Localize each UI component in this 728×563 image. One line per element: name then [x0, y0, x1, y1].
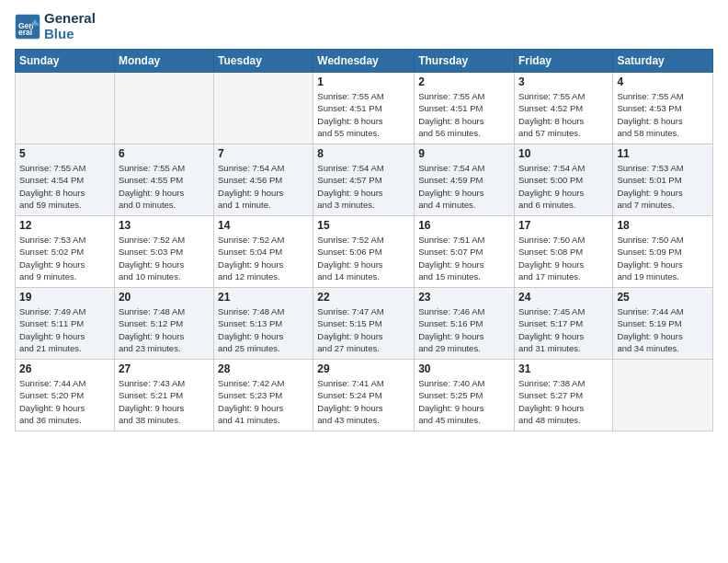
day-info: Sunrise: 7:52 AM Sunset: 5:04 PM Dayligh… [218, 234, 309, 282]
calendar-weekday-header: Friday [514, 50, 612, 73]
day-number: 19 [19, 291, 110, 304]
day-info: Sunrise: 7:40 AM Sunset: 5:25 PM Dayligh… [418, 377, 510, 426]
calendar-cell: 31Sunrise: 7:38 AM Sunset: 5:27 PM Dayli… [514, 360, 612, 431]
day-number: 20 [119, 291, 210, 304]
calendar-cell: 3Sunrise: 7:55 AM Sunset: 4:52 PM Daylig… [514, 73, 612, 144]
day-number: 15 [317, 219, 410, 232]
day-number: 14 [218, 219, 309, 232]
calendar-cell [613, 360, 713, 431]
day-number: 25 [617, 291, 709, 304]
day-number: 11 [617, 147, 709, 160]
day-info: Sunrise: 7:52 AM Sunset: 5:03 PM Dayligh… [119, 234, 210, 282]
day-number: 21 [218, 291, 309, 304]
calendar-header-row: SundayMondayTuesdayWednesdayThursdayFrid… [16, 50, 713, 73]
day-info: Sunrise: 7:55 AM Sunset: 4:51 PM Dayligh… [418, 90, 510, 139]
calendar-cell: 20Sunrise: 7:48 AM Sunset: 5:12 PM Dayli… [114, 288, 213, 360]
calendar-week-row: 5Sunrise: 7:55 AM Sunset: 4:54 PM Daylig… [16, 144, 713, 216]
calendar-weekday-header: Saturday [613, 50, 713, 73]
calendar-cell: 25Sunrise: 7:44 AM Sunset: 5:19 PM Dayli… [613, 288, 713, 360]
page-container: Gen eral General Blue SundayMondayTuesda… [0, 0, 728, 439]
day-info: Sunrise: 7:38 AM Sunset: 5:27 PM Dayligh… [518, 377, 609, 426]
calendar-cell: 23Sunrise: 7:46 AM Sunset: 5:16 PM Dayli… [415, 288, 515, 360]
calendar-week-row: 19Sunrise: 7:49 AM Sunset: 5:11 PM Dayli… [16, 288, 713, 360]
day-info: Sunrise: 7:55 AM Sunset: 4:55 PM Dayligh… [119, 162, 210, 211]
calendar-weekday-header: Wednesday [313, 50, 415, 73]
day-number: 24 [518, 291, 609, 304]
day-info: Sunrise: 7:53 AM Sunset: 5:02 PM Dayligh… [19, 234, 110, 282]
day-number: 13 [119, 219, 210, 232]
header: Gen eral General Blue [15, 11, 713, 41]
day-info: Sunrise: 7:48 AM Sunset: 5:12 PM Dayligh… [119, 305, 210, 354]
day-info: Sunrise: 7:53 AM Sunset: 5:01 PM Dayligh… [617, 162, 709, 211]
day-number: 6 [119, 147, 210, 160]
day-info: Sunrise: 7:42 AM Sunset: 5:23 PM Dayligh… [218, 377, 309, 426]
calendar-cell [214, 73, 313, 144]
calendar-cell: 15Sunrise: 7:52 AM Sunset: 5:06 PM Dayli… [313, 216, 415, 288]
calendar-cell: 30Sunrise: 7:40 AM Sunset: 5:25 PM Dayli… [415, 360, 515, 431]
calendar-weekday-header: Sunday [16, 50, 115, 73]
calendar-cell: 9Sunrise: 7:54 AM Sunset: 4:59 PM Daylig… [415, 144, 515, 216]
calendar-cell: 17Sunrise: 7:50 AM Sunset: 5:08 PM Dayli… [514, 216, 612, 288]
day-number: 5 [19, 147, 110, 160]
calendar-cell: 14Sunrise: 7:52 AM Sunset: 5:04 PM Dayli… [214, 216, 313, 288]
day-info: Sunrise: 7:47 AM Sunset: 5:15 PM Dayligh… [317, 305, 410, 354]
day-number: 2 [418, 75, 510, 88]
calendar-cell: 12Sunrise: 7:53 AM Sunset: 5:02 PM Dayli… [16, 216, 115, 288]
calendar-cell: 24Sunrise: 7:45 AM Sunset: 5:17 PM Dayli… [514, 288, 612, 360]
day-info: Sunrise: 7:55 AM Sunset: 4:52 PM Dayligh… [518, 90, 609, 139]
day-number: 18 [617, 219, 709, 232]
calendar-week-row: 1Sunrise: 7:55 AM Sunset: 4:51 PM Daylig… [16, 73, 713, 144]
day-number: 9 [418, 147, 510, 160]
calendar-table: SundayMondayTuesdayWednesdayThursdayFrid… [15, 49, 713, 431]
calendar-weekday-header: Tuesday [214, 50, 313, 73]
calendar-cell: 5Sunrise: 7:55 AM Sunset: 4:54 PM Daylig… [16, 144, 115, 216]
calendar-cell: 1Sunrise: 7:55 AM Sunset: 4:51 PM Daylig… [313, 73, 415, 144]
calendar-cell [114, 73, 213, 144]
day-number: 7 [218, 147, 309, 160]
calendar-weekday-header: Thursday [415, 50, 515, 73]
day-number: 26 [19, 362, 110, 375]
day-info: Sunrise: 7:54 AM Sunset: 4:56 PM Dayligh… [218, 162, 309, 211]
calendar-cell: 28Sunrise: 7:42 AM Sunset: 5:23 PM Dayli… [214, 360, 313, 431]
calendar-cell: 16Sunrise: 7:51 AM Sunset: 5:07 PM Dayli… [415, 216, 515, 288]
logo-text: General Blue [44, 11, 96, 41]
calendar-cell [16, 73, 115, 144]
day-number: 10 [518, 147, 609, 160]
calendar-week-row: 12Sunrise: 7:53 AM Sunset: 5:02 PM Dayli… [16, 216, 713, 288]
logo: Gen eral General Blue [15, 11, 96, 41]
day-number: 1 [317, 75, 410, 88]
day-number: 16 [418, 219, 510, 232]
calendar-cell: 26Sunrise: 7:44 AM Sunset: 5:20 PM Dayli… [16, 360, 115, 431]
calendar-cell: 2Sunrise: 7:55 AM Sunset: 4:51 PM Daylig… [415, 73, 515, 144]
day-info: Sunrise: 7:54 AM Sunset: 4:59 PM Dayligh… [418, 162, 510, 211]
calendar-weekday-header: Monday [114, 50, 213, 73]
day-info: Sunrise: 7:45 AM Sunset: 5:17 PM Dayligh… [518, 305, 609, 354]
day-info: Sunrise: 7:41 AM Sunset: 5:24 PM Dayligh… [317, 377, 410, 426]
day-info: Sunrise: 7:44 AM Sunset: 5:20 PM Dayligh… [19, 377, 110, 426]
calendar-week-row: 26Sunrise: 7:44 AM Sunset: 5:20 PM Dayli… [16, 360, 713, 431]
calendar-cell: 10Sunrise: 7:54 AM Sunset: 5:00 PM Dayli… [514, 144, 612, 216]
day-info: Sunrise: 7:55 AM Sunset: 4:54 PM Dayligh… [19, 162, 110, 211]
day-number: 8 [317, 147, 410, 160]
day-info: Sunrise: 7:44 AM Sunset: 5:19 PM Dayligh… [617, 305, 709, 354]
day-info: Sunrise: 7:46 AM Sunset: 5:16 PM Dayligh… [418, 305, 510, 354]
calendar-cell: 19Sunrise: 7:49 AM Sunset: 5:11 PM Dayli… [16, 288, 115, 360]
day-number: 29 [317, 362, 410, 375]
day-info: Sunrise: 7:55 AM Sunset: 4:53 PM Dayligh… [617, 90, 709, 139]
calendar-cell: 13Sunrise: 7:52 AM Sunset: 5:03 PM Dayli… [114, 216, 213, 288]
svg-text:eral: eral [18, 28, 32, 37]
day-number: 30 [418, 362, 510, 375]
day-number: 3 [518, 75, 609, 88]
day-info: Sunrise: 7:43 AM Sunset: 5:21 PM Dayligh… [119, 377, 210, 426]
calendar-cell: 4Sunrise: 7:55 AM Sunset: 4:53 PM Daylig… [613, 73, 713, 144]
day-number: 31 [518, 362, 609, 375]
day-info: Sunrise: 7:55 AM Sunset: 4:51 PM Dayligh… [317, 90, 410, 139]
calendar-cell: 27Sunrise: 7:43 AM Sunset: 5:21 PM Dayli… [114, 360, 213, 431]
day-number: 12 [19, 219, 110, 232]
day-number: 23 [418, 291, 510, 304]
day-number: 22 [317, 291, 410, 304]
day-info: Sunrise: 7:54 AM Sunset: 5:00 PM Dayligh… [518, 162, 609, 211]
day-number: 17 [518, 219, 609, 232]
day-info: Sunrise: 7:49 AM Sunset: 5:11 PM Dayligh… [19, 305, 110, 354]
day-info: Sunrise: 7:48 AM Sunset: 5:13 PM Dayligh… [218, 305, 309, 354]
